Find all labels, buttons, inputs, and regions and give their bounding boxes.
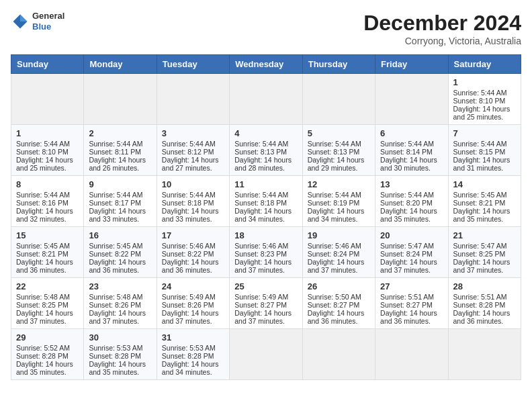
day-number: 31: [162, 332, 224, 342]
day-number: 18: [234, 230, 297, 240]
daylight-text: Daylight: 14 hours and 37 minutes.: [234, 309, 297, 325]
daylight-text: Daylight: 14 hours and 35 minutes.: [453, 207, 516, 223]
day-number: 16: [89, 230, 151, 240]
daylight-text: Daylight: 14 hours and 34 minutes.: [234, 207, 297, 223]
sunset-text: Sunset: 8:27 PM: [308, 301, 370, 309]
day-number: 5: [308, 128, 370, 138]
logo-general-text: General: [32, 11, 64, 21]
logo-blue-text: Blue: [32, 21, 64, 32]
sunset-text: Sunset: 8:28 PM: [162, 352, 224, 360]
sunset-text: Sunset: 8:13 PM: [308, 148, 370, 156]
sunset-text: Sunset: 8:28 PM: [89, 352, 151, 360]
sunset-text: Sunset: 8:18 PM: [162, 199, 224, 207]
daylight-text: Daylight: 14 hours and 25 minutes.: [16, 156, 79, 172]
daylight-text: Daylight: 14 hours and 28 minutes.: [234, 156, 297, 172]
day-number: 13: [380, 179, 443, 189]
calendar-cell: 19Sunrise: 5:46 AMSunset: 8:24 PMDayligh…: [302, 227, 375, 278]
day-number: 14: [453, 179, 516, 189]
sunrise-text: Sunrise: 5:45 AM: [89, 242, 151, 250]
calendar-cell: [157, 74, 229, 125]
daylight-text: Daylight: 14 hours and 35 minutes.: [16, 360, 79, 376]
sunrise-text: Sunrise: 5:44 AM: [16, 191, 79, 199]
day-number: 28: [453, 281, 516, 291]
day-number: 1: [453, 77, 516, 87]
day-number: 11: [234, 179, 297, 189]
sunrise-text: Sunrise: 5:53 AM: [162, 344, 224, 352]
sunrise-text: Sunrise: 5:49 AM: [162, 293, 224, 301]
sunset-text: Sunset: 8:16 PM: [16, 199, 79, 207]
calendar-cell: 23Sunrise: 5:48 AMSunset: 8:26 PMDayligh…: [84, 278, 157, 329]
sunrise-text: Sunrise: 5:44 AM: [234, 140, 297, 148]
day-number: 30: [89, 332, 151, 342]
calendar-cell: 21Sunrise: 5:47 AMSunset: 8:25 PMDayligh…: [448, 227, 521, 278]
day-number: 26: [308, 281, 370, 291]
sunrise-text: Sunrise: 5:46 AM: [308, 242, 370, 250]
day-of-week-header: Tuesday: [157, 55, 229, 74]
daylight-text: Daylight: 14 hours and 37 minutes.: [308, 258, 370, 274]
daylight-text: Daylight: 14 hours and 36 minutes.: [89, 258, 151, 274]
daylight-text: Daylight: 14 hours and 34 minutes.: [308, 207, 370, 223]
daylight-text: Daylight: 14 hours and 26 minutes.: [89, 156, 151, 172]
day-number: 22: [16, 281, 79, 291]
daylight-text: Daylight: 14 hours and 31 minutes.: [453, 156, 516, 172]
day-number: 21: [453, 230, 516, 240]
sunrise-text: Sunrise: 5:44 AM: [308, 140, 370, 148]
day-number: 9: [89, 179, 151, 189]
calendar-cell: 28Sunrise: 5:51 AMSunset: 8:28 PMDayligh…: [448, 278, 521, 329]
day-number: 24: [162, 281, 224, 291]
calendar-cell: [302, 329, 375, 380]
calendar-cell: 11Sunrise: 5:44 AMSunset: 8:18 PMDayligh…: [230, 176, 302, 227]
day-number: 6: [380, 128, 443, 138]
sunset-text: Sunset: 8:22 PM: [89, 250, 151, 258]
daylight-text: Daylight: 14 hours and 35 minutes.: [89, 360, 151, 376]
sunset-text: Sunset: 8:20 PM: [380, 199, 443, 207]
calendar-cell: 12Sunrise: 5:44 AMSunset: 8:19 PMDayligh…: [302, 176, 375, 227]
day-of-week-header: Monday: [84, 55, 157, 74]
day-number: 20: [380, 230, 443, 240]
sunrise-text: Sunrise: 5:44 AM: [453, 89, 516, 97]
sunset-text: Sunset: 8:11 PM: [89, 148, 151, 156]
daylight-text: Daylight: 14 hours and 36 minutes.: [16, 258, 79, 274]
sunset-text: Sunset: 8:21 PM: [16, 250, 79, 258]
month-title: December 2024: [363, 11, 521, 36]
daylight-text: Daylight: 14 hours and 25 minutes.: [453, 105, 516, 121]
daylight-text: Daylight: 14 hours and 36 minutes.: [380, 309, 443, 325]
day-number: 8: [16, 179, 79, 189]
calendar-cell: 18Sunrise: 5:46 AMSunset: 8:23 PMDayligh…: [230, 227, 302, 278]
calendar-cell: 22Sunrise: 5:48 AMSunset: 8:25 PMDayligh…: [11, 278, 84, 329]
calendar-cell: [375, 74, 448, 125]
calendar-cell: [448, 329, 521, 380]
calendar-cell: 25Sunrise: 5:49 AMSunset: 8:27 PMDayligh…: [230, 278, 302, 329]
sunset-text: Sunset: 8:19 PM: [308, 199, 370, 207]
calendar-cell: 15Sunrise: 5:45 AMSunset: 8:21 PMDayligh…: [11, 227, 84, 278]
sunset-text: Sunset: 8:10 PM: [453, 97, 516, 105]
day-of-week-header: Friday: [375, 55, 448, 74]
sunrise-text: Sunrise: 5:52 AM: [16, 344, 79, 352]
calendar-cell: 9Sunrise: 5:44 AMSunset: 8:17 PMDaylight…: [84, 176, 157, 227]
sunset-text: Sunset: 8:27 PM: [380, 301, 443, 309]
calendar-cell: 16Sunrise: 5:45 AMSunset: 8:22 PMDayligh…: [84, 227, 157, 278]
sunrise-text: Sunrise: 5:45 AM: [453, 191, 516, 199]
daylight-text: Daylight: 14 hours and 36 minutes.: [308, 309, 370, 325]
sunrise-text: Sunrise: 5:44 AM: [308, 191, 370, 199]
day-number: 2: [89, 128, 151, 138]
daylight-text: Daylight: 14 hours and 29 minutes.: [308, 156, 370, 172]
day-number: 1: [16, 128, 79, 138]
calendar-cell: 27Sunrise: 5:51 AMSunset: 8:27 PMDayligh…: [375, 278, 448, 329]
sunrise-text: Sunrise: 5:50 AM: [308, 293, 370, 301]
calendar-cell: 1Sunrise: 5:44 AMSunset: 8:10 PMDaylight…: [11, 125, 84, 176]
sunrise-text: Sunrise: 5:51 AM: [453, 293, 516, 301]
calendar-cell: 3Sunrise: 5:44 AMSunset: 8:12 PMDaylight…: [157, 125, 229, 176]
sunrise-text: Sunrise: 5:44 AM: [89, 191, 151, 199]
sunrise-text: Sunrise: 5:44 AM: [380, 140, 443, 148]
sunrise-text: Sunrise: 5:44 AM: [162, 140, 224, 148]
calendar-cell: 24Sunrise: 5:49 AMSunset: 8:26 PMDayligh…: [157, 278, 229, 329]
calendar-cell: 4Sunrise: 5:44 AMSunset: 8:13 PMDaylight…: [230, 125, 302, 176]
day-number: 12: [308, 179, 370, 189]
calendar-cell: 7Sunrise: 5:44 AMSunset: 8:15 PMDaylight…: [448, 125, 521, 176]
day-number: 10: [162, 179, 224, 189]
day-number: 4: [234, 128, 297, 138]
calendar-cell: 30Sunrise: 5:53 AMSunset: 8:28 PMDayligh…: [84, 329, 157, 380]
sunset-text: Sunset: 8:10 PM: [16, 148, 79, 156]
daylight-text: Daylight: 14 hours and 30 minutes.: [380, 156, 443, 172]
